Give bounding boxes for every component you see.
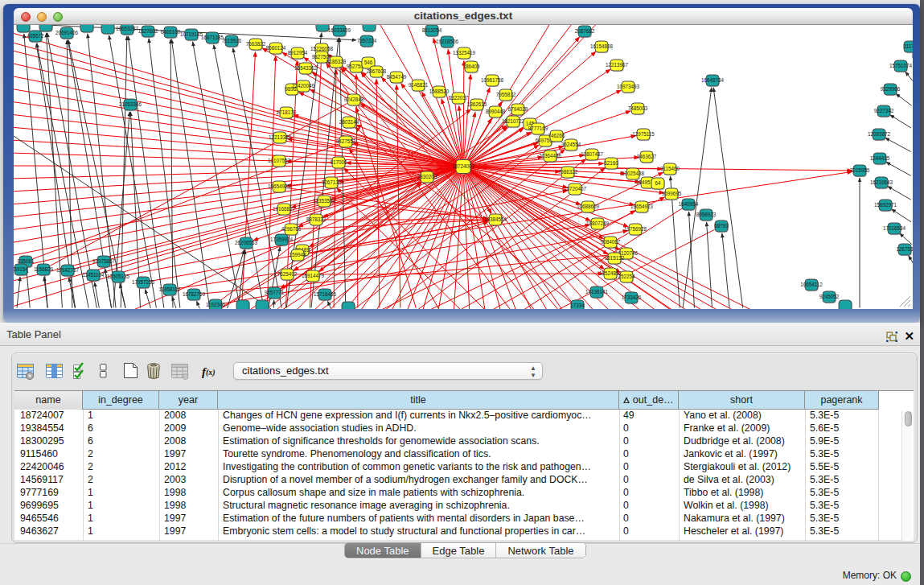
svg-text:15226058: 15226058 [310, 46, 334, 51]
svg-text:64: 64 [655, 180, 661, 186]
svg-text:62160: 62160 [604, 160, 618, 166]
svg-text:17016534: 17016534 [883, 225, 906, 231]
svg-text:6794028: 6794028 [508, 106, 528, 112]
svg-text:2867608: 2867608 [367, 68, 387, 74]
svg-text:10973493: 10973493 [617, 84, 640, 89]
svg-text:15751074: 15751074 [889, 63, 913, 68]
svg-text:16648784: 16648784 [701, 77, 725, 83]
svg-text:12093872: 12093872 [868, 131, 891, 137]
svg-text:17359924: 17359924 [270, 237, 294, 242]
svg-text:2803144: 2803144 [339, 119, 359, 125]
svg-text:10719185: 10719185 [180, 31, 203, 37]
svg-text:12213967: 12213967 [606, 62, 629, 68]
svg-text:1733426: 1733426 [622, 295, 642, 300]
svg-text:1192346: 1192346 [206, 302, 226, 307]
svg-text:1244415: 1244415 [870, 155, 890, 161]
svg-text:39154: 39154 [14, 266, 28, 272]
svg-text:2830203: 2830203 [417, 174, 437, 179]
svg-text:9115460: 9115460 [660, 166, 680, 171]
svg-text:19218506: 19218506 [436, 39, 459, 44]
svg-text:8813054: 8813054 [422, 27, 442, 33]
svg-text:68793: 68793 [714, 223, 729, 229]
svg-text:10653287: 10653287 [116, 26, 139, 31]
svg-text:935061: 935061 [17, 258, 35, 264]
svg-text:19756928: 19756928 [624, 226, 647, 232]
svg-text:9227342: 9227342 [874, 108, 894, 113]
svg-text:3267130: 3267130 [322, 179, 342, 185]
svg-text:15720407: 15720407 [564, 186, 587, 192]
svg-text:2718170: 2718170 [277, 109, 297, 115]
svg-text:252254: 252254 [618, 274, 635, 279]
svg-text:186409: 186409 [462, 64, 480, 69]
svg-text:12353594: 12353594 [313, 198, 336, 204]
svg-text:12505135: 12505135 [107, 274, 130, 279]
svg-text:7663822: 7663822 [246, 41, 266, 47]
svg-text:16914479: 16914479 [302, 273, 325, 278]
svg-text:9084067: 9084067 [601, 239, 621, 245]
svg-text:1156829: 1156829 [34, 266, 54, 272]
svg-text:9146821: 9146821 [409, 82, 429, 88]
svg-text:8186328: 8186328 [326, 59, 347, 64]
svg-text:3215955: 3215955 [850, 167, 870, 173]
svg-text:8454749: 8454749 [387, 74, 407, 80]
svg-text:8878332: 8878332 [306, 216, 326, 222]
svg-text:16782759: 16782759 [183, 291, 206, 297]
svg-text:746266: 746266 [548, 133, 565, 138]
svg-text:18807249: 18807249 [586, 220, 610, 226]
svg-text:15692971: 15692971 [874, 202, 897, 208]
svg-text:1362615: 1362615 [467, 101, 487, 107]
svg-text:7515526: 7515526 [222, 38, 242, 43]
svg-text:17334: 17334 [570, 303, 585, 308]
svg-text:1640954: 1640954 [679, 201, 699, 207]
svg-text:11451194: 11451194 [82, 272, 105, 278]
svg-text:19654923: 19654923 [630, 204, 654, 209]
svg-text:3624554: 3624554 [561, 142, 581, 147]
svg-text:8660124: 8660124 [266, 45, 286, 51]
svg-text:17957255: 17957255 [132, 279, 155, 285]
svg-text:10807487: 10807487 [581, 151, 604, 157]
svg-text:10961758: 10961758 [481, 77, 504, 83]
svg-text:16543362: 16543362 [294, 65, 318, 71]
svg-text:1588520: 1588520 [429, 89, 450, 94]
svg-text:1527602: 1527602 [138, 28, 158, 34]
svg-text:7986322: 7986322 [558, 169, 578, 175]
svg-text:8912954: 8912954 [288, 50, 308, 56]
svg-text:10654112: 10654112 [800, 282, 823, 287]
svg-text:10025438: 10025438 [622, 171, 645, 176]
svg-text:1615132: 1615132 [605, 255, 625, 261]
svg-text:12213389: 12213389 [269, 134, 292, 140]
svg-text:11958117: 11958117 [158, 286, 181, 292]
svg-text:9242848: 9242848 [344, 97, 364, 102]
svg-text:9777169: 9777169 [528, 126, 548, 131]
svg-text:21053346: 21053346 [119, 101, 142, 107]
svg-text:19654925: 19654925 [268, 183, 291, 189]
svg-text:93975867: 93975867 [92, 258, 116, 264]
svg-text:2087682: 2087682 [575, 28, 595, 34]
svg-text:7625402: 7625402 [277, 271, 298, 277]
svg-text:14136141: 14136141 [585, 289, 609, 295]
svg-text:16210722: 16210722 [502, 118, 525, 124]
svg-text:159948: 159948 [289, 252, 306, 257]
svg-text:8427552: 8427552 [336, 138, 356, 144]
svg-text:20691406: 20691406 [55, 30, 79, 35]
svg-text:12942757: 12942757 [56, 267, 80, 273]
svg-text:16154808: 16154808 [590, 43, 614, 49]
svg-text:4296786: 4296786 [281, 226, 302, 232]
svg-text:6466160: 6466160 [161, 29, 181, 35]
svg-text:11176: 11176 [904, 43, 913, 49]
svg-text:(x): (x) [206, 368, 216, 377]
svg-text:9245052: 9245052 [819, 294, 840, 299]
svg-text:13325419: 13325419 [453, 50, 476, 56]
svg-text:9699695: 9699695 [662, 191, 682, 196]
svg-text:405572: 405572 [27, 33, 44, 39]
svg-text:18724007: 18724007 [452, 163, 475, 169]
svg-text:10107552: 10107552 [268, 158, 291, 163]
svg-text:9329966: 9329966 [881, 86, 901, 92]
svg-text:16671385: 16671385 [201, 35, 224, 40]
svg-text:7485003: 7485003 [628, 105, 648, 111]
svg-text:7357224: 7357224 [357, 38, 377, 43]
svg-text:26206553: 26206553 [235, 240, 258, 245]
svg-text:10688609: 10688609 [577, 204, 600, 209]
svg-text:8958923: 8958923 [696, 212, 717, 217]
svg-text:19384554: 19384554 [484, 216, 507, 222]
